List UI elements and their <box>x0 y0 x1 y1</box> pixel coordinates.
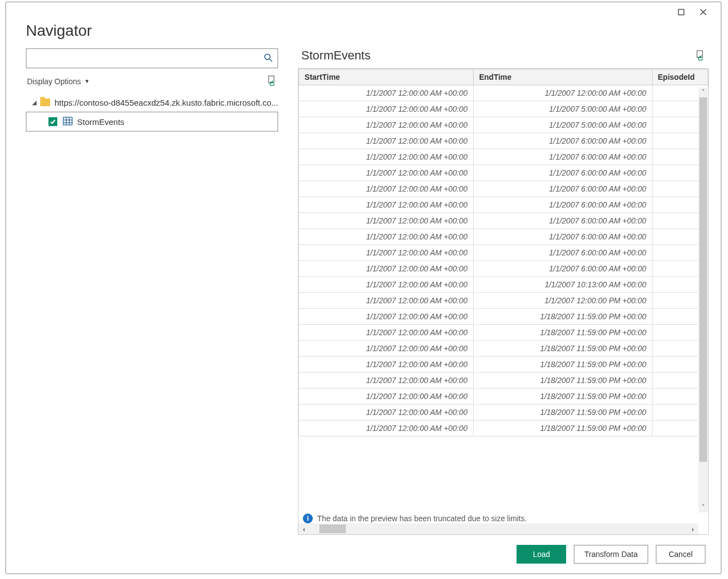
scroll-down-icon[interactable]: ˅ <box>698 502 708 512</box>
cancel-button[interactable]: Cancel <box>656 545 705 564</box>
table-cell: 1/1/2007 12:00:00 PM +00:00 <box>473 293 652 309</box>
table-cell: 1/1/2007 12:00:00 AM +00:00 <box>299 277 474 293</box>
table-cell: 1/1/2007 12:00:00 AM +00:00 <box>299 101 474 117</box>
table-cell: 1/1/2007 6:00:00 AM +00:00 <box>473 133 652 149</box>
table-cell: 1/1/2007 12:00:00 AM +00:00 <box>299 420 474 436</box>
folder-icon <box>40 99 50 106</box>
table-row[interactable]: 1/1/2007 12:00:00 AM +00:001/18/2007 11:… <box>299 389 708 405</box>
svg-point-3 <box>265 54 270 59</box>
table-cell: 1/1/2007 5:00:00 AM +00:00 <box>473 117 652 133</box>
scroll-left-icon[interactable]: ‹ <box>298 525 309 533</box>
table-row[interactable]: 1/1/2007 12:00:00 AM +00:001/18/2007 11:… <box>299 373 708 389</box>
table-cell: 1/1/2007 12:00:00 AM +00:00 <box>299 309 474 325</box>
table-cell: 1/1/2007 12:00:00 AM +00:00 <box>299 229 474 245</box>
refresh-tree-button[interactable] <box>267 75 277 88</box>
table-cell: 1/1/2007 12:00:00 AM +00:00 <box>299 341 474 357</box>
preview-title: StormEvents <box>301 48 371 63</box>
preview-table-wrap: StartTimeEndTimeEpisodeId 1/1/2007 12:00… <box>298 68 709 535</box>
table-cell: 1/1/2007 5:00:00 AM +00:00 <box>473 101 652 117</box>
table-cell: 1/1/2007 12:00:00 AM +00:00 <box>299 117 474 133</box>
table-cell: 1/1/2007 6:00:00 AM +00:00 <box>473 229 652 245</box>
table-cell: 1/1/2007 12:00:00 AM +00:00 <box>299 293 474 309</box>
table-cell: 1/1/2007 12:00:00 AM +00:00 <box>299 245 474 261</box>
table-cell: 1/18/2007 11:59:00 PM +00:00 <box>473 357 652 373</box>
table-row[interactable]: 1/1/2007 12:00:00 AM +00:001/18/2007 11:… <box>299 341 708 357</box>
table-row[interactable]: 1/1/2007 12:00:00 AM +00:001/1/2007 6:00… <box>299 213 708 229</box>
close-button[interactable] <box>692 6 714 19</box>
table-row[interactable]: 1/1/2007 12:00:00 AM +00:001/1/2007 6:00… <box>299 197 708 213</box>
vertical-scrollbar[interactable]: ˄ ˅ <box>698 88 708 512</box>
table-cell: 1/1/2007 12:00:00 AM +00:00 <box>299 325 474 341</box>
table-row[interactable]: 1/1/2007 12:00:00 AM +00:001/18/2007 11:… <box>299 325 708 341</box>
table-cell: 1/18/2007 11:59:00 PM +00:00 <box>473 405 652 420</box>
maximize-button[interactable] <box>670 6 692 19</box>
chevron-down-icon: ▼ <box>84 78 90 84</box>
table-row[interactable]: 1/1/2007 12:00:00 AM +00:001/1/2007 6:00… <box>299 165 708 181</box>
table-row[interactable]: 1/1/2007 12:00:00 AM +00:001/1/2007 6:00… <box>299 181 708 197</box>
table-row[interactable]: 1/1/2007 12:00:00 AM +00:001/18/2007 11:… <box>299 405 708 420</box>
table-row[interactable]: 1/1/2007 12:00:00 AM +00:001/1/2007 6:00… <box>299 133 708 149</box>
table-cell: 1/1/2007 12:00:00 AM +00:00 <box>299 133 474 149</box>
table-cell: 1/1/2007 12:00:00 AM +00:00 <box>299 357 474 373</box>
table-cell: 1/1/2007 12:00:00 AM +00:00 <box>299 149 474 165</box>
svg-rect-0 <box>678 9 684 15</box>
tree-root-label: https://contoso-d8455eacxdz54.zk.kusto.f… <box>55 98 278 107</box>
table-cell: 1/1/2007 6:00:00 AM +00:00 <box>473 213 652 229</box>
svg-line-4 <box>270 59 273 62</box>
search-input[interactable] <box>26 49 278 68</box>
column-header[interactable]: StartTime <box>299 69 474 85</box>
column-header[interactable]: EndTime <box>473 69 652 85</box>
table-cell: 1/1/2007 12:00:00 AM +00:00 <box>299 389 474 405</box>
display-options-dropdown[interactable]: Display Options ▼ <box>27 77 90 86</box>
table-row[interactable]: 1/1/2007 12:00:00 AM +00:001/1/2007 6:00… <box>299 149 708 165</box>
scroll-up-icon[interactable]: ˄ <box>698 88 708 97</box>
transform-data-button[interactable]: Transform Data <box>574 545 648 564</box>
scroll-thumb-vertical[interactable] <box>699 97 707 462</box>
table-row[interactable]: 1/1/2007 12:00:00 AM +00:001/1/2007 12:0… <box>299 293 708 309</box>
table-row[interactable]: 1/1/2007 12:00:00 AM +00:001/1/2007 5:00… <box>299 101 708 117</box>
table-cell: 1/18/2007 11:59:00 PM +00:00 <box>473 325 652 341</box>
scroll-right-icon[interactable]: › <box>687 525 698 533</box>
tree-item-stormevents[interactable]: StormEvents <box>26 112 278 132</box>
refresh-preview-button[interactable] <box>696 50 705 62</box>
tree-item-label: StormEvents <box>77 117 124 127</box>
tree-root[interactable]: ◢ https://contoso-d8455eacxdz54.zk.kusto… <box>26 93 278 112</box>
table-row[interactable]: 1/1/2007 12:00:00 AM +00:001/1/2007 10:1… <box>299 277 708 293</box>
table-cell: 1/18/2007 11:59:00 PM +00:00 <box>473 420 652 436</box>
table-cell: 1/18/2007 11:59:00 PM +00:00 <box>473 373 652 389</box>
preview-table: StartTimeEndTimeEpisodeId 1/1/2007 12:00… <box>298 69 708 436</box>
table-cell: 1/1/2007 6:00:00 AM +00:00 <box>473 245 652 261</box>
table-row[interactable]: 1/1/2007 12:00:00 AM +00:001/1/2007 6:00… <box>299 245 708 261</box>
close-icon <box>699 8 707 16</box>
table-cell: 1/1/2007 12:00:00 AM +00:00 <box>299 165 474 181</box>
table-cell: 1/18/2007 11:59:00 PM +00:00 <box>473 389 652 405</box>
navigator-tree-pane: Display Options ▼ ◢ https://contoso-d845… <box>26 48 278 535</box>
table-row[interactable]: 1/1/2007 12:00:00 AM +00:001/18/2007 11:… <box>299 309 708 325</box>
display-options-label: Display Options <box>27 77 81 86</box>
search-icon[interactable] <box>263 53 273 64</box>
table-row[interactable]: 1/1/2007 12:00:00 AM +00:001/1/2007 12:0… <box>299 85 708 101</box>
horizontal-scrollbar[interactable]: ‹ › <box>298 523 698 534</box>
table-cell: 1/1/2007 12:00:00 AM +00:00 <box>299 405 474 420</box>
svg-rect-6 <box>63 117 72 125</box>
table-cell: 1/1/2007 6:00:00 AM +00:00 <box>473 181 652 197</box>
table-row[interactable]: 1/1/2007 12:00:00 AM +00:001/1/2007 6:00… <box>299 261 708 277</box>
table-row[interactable]: 1/1/2007 12:00:00 AM +00:001/18/2007 11:… <box>299 357 708 373</box>
column-header[interactable]: EpisodeId <box>652 69 708 85</box>
checkbox-checked[interactable] <box>48 117 57 126</box>
preview-pane: StormEvents StartTimeEndTimeEpisodeId 1/… <box>298 48 709 535</box>
collapse-icon[interactable]: ◢ <box>30 99 38 106</box>
table-row[interactable]: 1/1/2007 12:00:00 AM +00:001/1/2007 6:00… <box>299 229 708 245</box>
table-row[interactable]: 1/1/2007 12:00:00 AM +00:001/18/2007 11:… <box>299 420 708 436</box>
table-cell: 1/1/2007 12:00:00 AM +00:00 <box>299 261 474 277</box>
load-button[interactable]: Load <box>517 545 566 564</box>
dialog-title: Navigator <box>26 22 701 40</box>
table-cell: 1/1/2007 12:00:00 AM +00:00 <box>299 373 474 389</box>
table-row[interactable]: 1/1/2007 12:00:00 AM +00:001/1/2007 5:00… <box>299 117 708 133</box>
scroll-thumb-horizontal[interactable] <box>319 525 346 533</box>
maximize-icon <box>678 9 684 15</box>
table-cell: 1/1/2007 6:00:00 AM +00:00 <box>473 165 652 181</box>
table-icon <box>63 117 73 127</box>
table-cell: 1/1/2007 6:00:00 AM +00:00 <box>473 261 652 277</box>
dialog-footer: Load Transform Data Cancel <box>6 535 721 573</box>
